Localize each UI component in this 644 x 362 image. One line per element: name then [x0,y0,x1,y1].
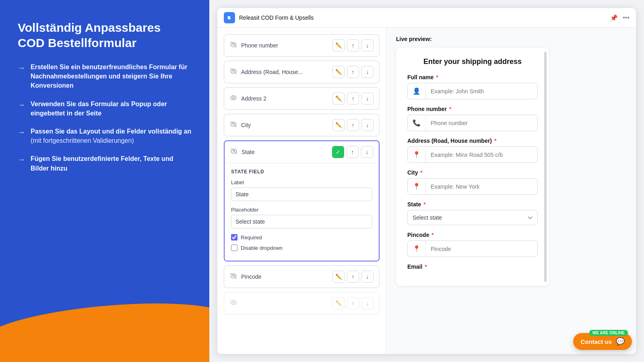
field-row-address2: Address 2 ✏️ ↑ ↓ [224,87,380,110]
list-item-text: Verwenden Sie das Formular als Popup ode… [31,99,192,118]
preview-pincode-input[interactable] [426,242,537,256]
state-disable-dropdown-row: Disable dropdown [231,245,372,251]
field-label-city: City [241,122,328,128]
field-label-address: Address (Road, House... [241,69,328,75]
field-actions-address2: ✏️ ↑ ↓ [332,93,374,105]
preview-phone-group: Phone number * 📞 [407,106,538,131]
state-label-input[interactable] [231,187,372,201]
field-actions-city: ✏️ ↑ ↓ [332,119,374,131]
down-button-extra[interactable]: ↓ [361,297,374,309]
field-row-pincode: Pincode ✏️ ↑ ↓ [224,265,380,288]
state-label-group: Label [231,179,372,201]
edit-button-extra[interactable]: ✏️ [332,297,345,309]
up-button-address2[interactable]: ↑ [347,93,359,105]
preview-city-input[interactable] [426,179,537,194]
disable-dropdown-label: Disable dropdown [241,245,283,251]
required-asterisk: * [425,263,427,270]
down-button-address2[interactable]: ↓ [361,93,374,105]
preview-fullname-wrap: 👤 [407,83,538,99]
field-row-extra: ✏️ ↑ ↓ [224,292,380,315]
eye-visible-icon [230,94,237,103]
state-body: STATE FIELD Label Placeholder Required [225,163,379,261]
field-label-state: State [242,149,328,155]
required-asterisk: * [449,106,451,112]
online-badge: WE ARE ONLINE [589,330,628,336]
preview-address-input[interactable] [426,148,537,162]
field-list-panel: Phone number ✏️ ↑ ↓ Address (Road, House… [217,28,386,354]
field-actions-state: ✓ ↑ ↓ [332,146,373,158]
arrow-icon: → [18,154,25,165]
right-section: Releasit COD Form & Upsells 📌 ••• Phone [209,0,644,362]
down-button-address[interactable]: ↓ [361,66,374,78]
field-actions-pincode: ✏️ ↑ ↓ [332,271,374,283]
required-label: Required [241,234,262,241]
pin-icon[interactable]: 📌 [610,14,618,22]
up-button-state[interactable]: ↑ [347,146,359,158]
edit-button-address2[interactable]: ✏️ [332,93,345,105]
preview-fullname-label: Full name * [407,74,538,80]
field-actions-address: ✏️ ↑ ↓ [332,66,374,78]
title-bar-actions: 📌 ••• [610,14,630,22]
preview-phone-input[interactable] [426,116,537,130]
required-asterisk: * [423,201,425,208]
arrow-icon: → [18,63,25,73]
phone-icon: 📞 [408,115,426,131]
more-icon[interactable]: ••• [623,14,630,21]
location-icon: 📍 [408,241,426,257]
arrow-icon: → [18,100,25,110]
person-icon: 👤 [408,83,426,99]
state-placeholder-input[interactable] [231,215,372,228]
preview-pincode-label: Pincode * [407,232,538,238]
preview-state-select[interactable]: Select state [407,210,538,225]
preview-email-label: Email * [407,263,538,270]
chat-button[interactable]: WE ARE ONLINE Contact us 💬 [573,333,632,350]
preview-state-label: State * [407,201,538,208]
app-title: Releasit COD Form & Upsells [239,14,314,21]
field-label-address2: Address 2 [241,95,328,102]
contact-text: Contact us [580,338,612,345]
feature-list: → Erstellen Sie ein benutzerfreundliches… [18,62,192,173]
state-placeholder-label: Placeholder [231,207,372,213]
up-button-city[interactable]: ↑ [347,119,359,131]
preview-email-group: Email * [407,263,538,270]
preview-form-title: Enter your shipping address [407,58,538,66]
edit-button-city[interactable]: ✏️ [332,119,345,131]
preview-panel: Live preview: Enter your shipping addres… [386,28,636,354]
up-button-address[interactable]: ↑ [347,66,359,78]
state-required-row: Required [231,234,372,241]
down-button-pincode[interactable]: ↓ [361,271,374,283]
edit-button-pincode[interactable]: ✏️ [332,271,345,283]
up-button-pincode[interactable]: ↑ [347,271,359,283]
state-section-title: STATE FIELD [231,169,372,175]
list-item: → Verwenden Sie das Formular als Popup o… [18,99,192,118]
preview-fullname-input[interactable] [426,84,537,99]
up-button-extra[interactable]: ↑ [347,297,359,309]
title-bar-left: Releasit COD Form & Upsells [224,12,314,23]
list-item-text: Fügen Sie benutzerdefinierte Felder, Tex… [31,154,192,173]
state-expanded-row: State ✓ ↑ ↓ STATE FIELD Label [224,140,380,261]
preview-scroll-area: Enter your shipping address Full name * … [396,48,549,286]
down-button-city[interactable]: ↓ [361,119,374,131]
state-label-label: Label [231,179,372,185]
eye-icon [230,299,237,308]
eye-hidden-icon [230,121,237,130]
list-item: → Erstellen Sie ein benutzerfreundliches… [18,62,192,90]
preview-pincode-group: Pincode * 📍 [407,232,538,257]
preview-address-wrap: 📍 [407,146,538,163]
edit-button-phone[interactable]: ✏️ [332,39,345,51]
down-button-state[interactable]: ↓ [361,146,373,158]
disable-dropdown-checkbox[interactable] [231,245,237,251]
left-panel: Vollständig AnpassbaresCOD Bestellformul… [0,0,209,362]
check-button-state[interactable]: ✓ [332,146,344,158]
eye-hidden-icon [230,68,237,76]
preview-pincode-wrap: 📍 [407,241,538,257]
field-label-phone: Phone number [241,42,328,49]
location-icon: 📍 [408,179,426,194]
field-row-address: Address (Road, House... ✏️ ↑ ↓ [224,61,380,83]
field-label-pincode: Pincode [241,274,328,280]
required-checkbox[interactable] [231,234,237,241]
down-button-phone[interactable]: ↓ [361,39,374,51]
title-bar: Releasit COD Form & Upsells 📌 ••• [217,8,636,28]
up-button-phone[interactable]: ↑ [347,39,359,51]
edit-button-address[interactable]: ✏️ [332,66,345,78]
